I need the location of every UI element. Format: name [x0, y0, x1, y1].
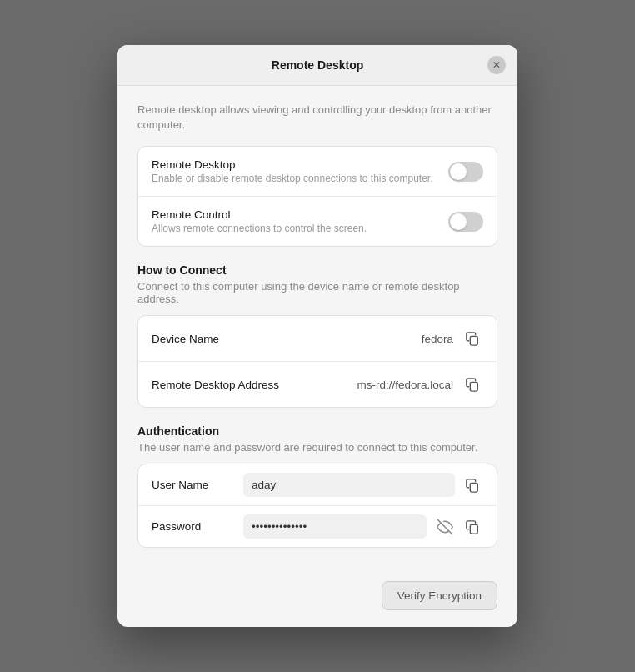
svg-rect-0	[470, 336, 478, 345]
remote-desktop-label: Remote Desktop	[152, 158, 433, 171]
remote-control-sublabel: Allows remote connections to control the…	[152, 223, 367, 234]
how-to-connect-desc: Connect to this computer using the devic…	[138, 280, 498, 305]
remote-desktop-sublabel: Enable or disable remote desktop connect…	[152, 173, 433, 184]
dialog-header: Remote Desktop ✕	[118, 45, 518, 86]
how-to-connect-section: How to Connect Connect to this computer …	[138, 263, 498, 408]
password-controls	[433, 515, 483, 539]
dialog-footer: Verify Encryption	[118, 581, 518, 627]
close-button[interactable]: ✕	[488, 56, 506, 74]
copy-username-icon	[465, 478, 480, 493]
svg-rect-4	[470, 524, 478, 534]
remote-address-row: Remote Desktop Address ms-rd://fedora.lo…	[138, 361, 497, 407]
remote-control-row: Remote Control Allows remote connections…	[138, 196, 497, 246]
username-row: User Name	[138, 464, 497, 505]
eye-slash-icon	[437, 519, 453, 535]
password-row: Password	[138, 505, 497, 547]
remote-address-value-group: ms-rd://fedora.local	[357, 374, 483, 395]
copy-password-icon	[465, 519, 480, 534]
svg-rect-1	[470, 382, 478, 391]
how-to-connect-title: How to Connect	[138, 263, 498, 277]
svg-rect-2	[470, 483, 478, 492]
device-name-row: Device Name fedora	[138, 316, 497, 361]
device-name-value-group: fedora	[422, 328, 483, 349]
remote-desktop-labels: Remote Desktop Enable or disable remote …	[152, 158, 433, 184]
remote-desktop-row: Remote Desktop Enable or disable remote …	[138, 147, 497, 196]
remote-address-value: ms-rd://fedora.local	[357, 379, 453, 391]
copy-password-button[interactable]	[462, 516, 483, 538]
toggle-password-visibility-button[interactable]	[433, 515, 457, 539]
copy-remote-address-button[interactable]	[462, 374, 483, 395]
remote-address-label: Remote Desktop Address	[152, 379, 279, 391]
username-controls	[462, 474, 483, 496]
username-label: User Name	[152, 479, 243, 491]
copy-device-name-button[interactable]	[462, 328, 483, 349]
verify-encryption-button[interactable]: Verify Encryption	[382, 581, 498, 610]
authentication-card: User Name Password	[138, 464, 498, 548]
connection-info-card: Device Name fedora Remote Desktop Addres…	[138, 315, 498, 408]
copy-device-name-icon	[465, 331, 480, 346]
remote-desktop-dialog: Remote Desktop ✕ Remote desktop allows v…	[118, 45, 518, 627]
authentication-section: Authentication The user name and passwor…	[138, 424, 498, 548]
intro-description: Remote desktop allows viewing and contro…	[138, 103, 498, 133]
dialog-title: Remote Desktop	[272, 58, 363, 72]
copy-username-button[interactable]	[462, 474, 483, 496]
dialog-body: Remote desktop allows viewing and contro…	[118, 86, 518, 581]
remote-control-label: Remote Control	[152, 208, 367, 221]
remote-desktop-toggle[interactable]	[448, 162, 483, 182]
copy-remote-address-icon	[465, 377, 480, 392]
username-input[interactable]	[243, 473, 455, 497]
password-input[interactable]	[243, 514, 427, 539]
remote-control-toggle[interactable]	[448, 212, 483, 232]
close-icon: ✕	[492, 59, 501, 71]
authentication-title: Authentication	[138, 424, 498, 438]
device-name-value: fedora	[422, 333, 453, 345]
settings-card: Remote Desktop Enable or disable remote …	[138, 146, 498, 247]
remote-control-labels: Remote Control Allows remote connections…	[152, 208, 367, 234]
device-name-label: Device Name	[152, 333, 219, 345]
authentication-desc: The user name and password are required …	[138, 441, 498, 454]
password-label: Password	[152, 520, 243, 533]
